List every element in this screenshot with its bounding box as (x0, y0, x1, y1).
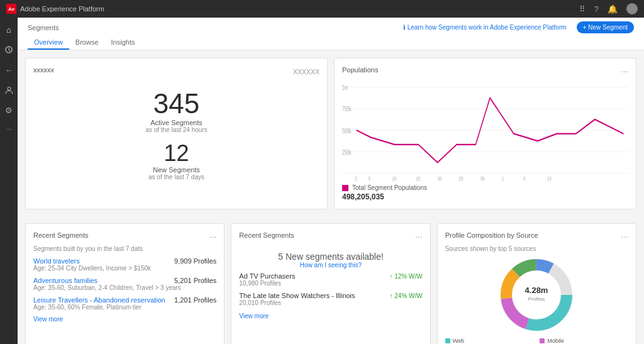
new-segments-count-label: 5 New segments available! (239, 252, 422, 262)
recent-segments-1-menu[interactable]: ··· (209, 231, 217, 241)
sidebar-item-home[interactable]: ⌂ (2, 23, 16, 36)
segment-item-top-2: Adventurous families 5,201 Profiles (33, 277, 216, 284)
legend-item-mobile: Mobile (540, 338, 628, 344)
segment-count-leisure: 1,201 Profiles (174, 296, 216, 304)
new-segments-count: 12 (33, 142, 319, 165)
main-content: Segments ℹ Learn how Segments work in Ad… (18, 18, 644, 344)
legend-label-web: Web (453, 338, 464, 344)
svg-text:5: 5 (523, 175, 525, 180)
svg-text:250k: 250k (342, 148, 352, 156)
tab-overview[interactable]: Overview (28, 36, 69, 50)
segment-2-left: Ad TV Purchasers 10,980 Profiles (239, 272, 295, 287)
stats-card-header: xxxxxx xxxxxx (33, 66, 319, 76)
top-bar-left: Ae Adobe Experience Platform (6, 4, 104, 14)
recent-segments-2-title: Recent Segments (239, 231, 294, 239)
svg-text:1: 1 (502, 175, 504, 180)
segment-3-left: The Late late Show Watchers - Illinois 2… (239, 292, 355, 306)
tab-bar: Overview Browse Insights (28, 36, 634, 50)
help-icon[interactable]: ? (594, 4, 599, 14)
profile-composition-menu[interactable]: ··· (621, 231, 628, 241)
svg-text:500k: 500k (342, 127, 352, 135)
segment-count-adventurous: 5,201 Profiles (174, 277, 216, 284)
recent-segments-1-title: Recent Segments (33, 231, 88, 239)
svg-text:750k: 750k (342, 106, 352, 113)
new-segment-button[interactable]: + New Segment (577, 21, 634, 33)
legend-label: Total Segment Populations (352, 184, 427, 191)
bottom-row: Recent Segments ··· Segments built by yo… (18, 223, 644, 344)
stats-card-title: xxxxxx (33, 66, 54, 74)
segment-2-item-row: Ad TV Purchasers 10,980 Profiles ↑ 12% W… (239, 272, 422, 287)
content-top-row: xxxxxx xxxxxx 345 Active Segments as of … (18, 50, 644, 223)
segment-trend-latelate: ↑ 24% W/W (389, 292, 422, 299)
svg-text:4.28m: 4.28m (525, 286, 548, 295)
recent-segments-card-2: Recent Segments ··· 5 New segments avail… (231, 223, 430, 344)
top-bar: Ae Adobe Experience Platform ⠿ ? 🔔 (0, 0, 644, 18)
app-title: Adobe Experience Platform (20, 5, 104, 13)
segment-name-adventurous[interactable]: Adventurous families (33, 277, 97, 284)
learn-link[interactable]: ℹ Learn how Segments work in Adobe Exper… (403, 24, 567, 31)
segment-profiles-latelate: 20,010 Profiles (239, 299, 355, 306)
new-segments-banner: 5 New segments available! How am I seein… (239, 245, 422, 272)
svg-text:10: 10 (547, 175, 552, 180)
new-segments-link[interactable]: How am I seeing this? (239, 262, 422, 269)
populations-card: Populations ··· 1m 750k 500k 250k (334, 58, 636, 209)
legend-color-dot (342, 185, 348, 191)
recent-segments-1-subtitle: Segments built by you in the last 7 dats (33, 245, 216, 252)
svg-text:1m: 1m (342, 84, 348, 92)
view-more-1[interactable]: View more (33, 316, 216, 323)
segment-name-latelate: The Late late Show Watchers - Illinois (239, 292, 355, 299)
svg-text:10: 10 (392, 175, 397, 180)
svg-text:20: 20 (438, 175, 442, 180)
svg-text:25: 25 (459, 175, 464, 180)
recent-segments-1-header: Recent Segments ··· (33, 231, 216, 241)
svg-text:15: 15 (416, 175, 421, 180)
populations-card-menu[interactable]: ··· (621, 66, 628, 76)
view-more-2[interactable]: View more (239, 313, 422, 319)
avatar[interactable] (626, 3, 638, 14)
page-header: Segments ℹ Learn how Segments work in Ad… (18, 18, 644, 50)
profile-composition-header: Profile Composition by Source ··· (445, 231, 628, 241)
header-top: Segments ℹ Learn how Segments work in Ad… (28, 21, 634, 33)
donut-chart-svg: 4.28m Profiles (499, 257, 574, 333)
segment-item-top-3: Leisure Travellers - Abandoned reservati… (33, 296, 216, 304)
segment-name-world-travelers[interactable]: World travelers (33, 257, 80, 265)
segment-item-top: World travelers 9,909 Profiles (33, 257, 216, 265)
segment-trend-adtv: ↑ 12% W/W (389, 273, 422, 280)
info-icon: ℹ (403, 24, 406, 31)
populations-chart: 1m 750k 500k 250k 2 5 10 15 20 25 30 1 5 (342, 80, 628, 180)
segment-count-world-travelers: 9,909 Profiles (174, 257, 216, 265)
recent-segments-2-menu[interactable]: ··· (415, 231, 423, 241)
segment-item: World travelers 9,909 Profiles Age: 25-3… (33, 257, 216, 272)
populations-card-header: Populations ··· (342, 66, 628, 76)
sidebar-item-back[interactable]: ← (2, 63, 16, 77)
svg-point-29 (514, 272, 559, 318)
tab-browse[interactable]: Browse (69, 36, 105, 50)
sidebar-item-settings[interactable]: ⚙ (2, 103, 16, 117)
sidebar-item-person[interactable] (2, 83, 16, 97)
legend-item-web: Web (445, 338, 534, 344)
tab-insights[interactable]: Insights (105, 36, 142, 50)
segment-desc-leisure: Age: 35-60, 60% Female, Platinum tier (33, 304, 216, 311)
segment-desc-adventurous: Age: 35-60, Suburban, 2-4 Children, Trav… (33, 284, 216, 291)
segment-item: Adventurous families 5,201 Profiles Age:… (33, 277, 216, 291)
segment-name-leisure[interactable]: Leisure Travellers - Abandoned reservati… (33, 296, 165, 304)
new-segments-sublabel: as of the last 7 days (33, 174, 319, 180)
bell-icon[interactable]: 🔔 (608, 4, 618, 14)
breadcrumb: Segments (28, 24, 59, 31)
segment-profiles-adtv: 10,980 Profiles (239, 280, 295, 287)
chart-svg: 1m 750k 500k 250k 2 5 10 15 20 25 30 1 5 (342, 80, 628, 180)
grid-icon[interactable]: ⠿ (579, 4, 586, 14)
svg-text:5: 5 (369, 175, 370, 180)
legend-label-mobile: Mobile (547, 338, 564, 344)
sidebar-item-segment[interactable] (2, 43, 16, 57)
profile-composition-title: Profile Composition by Source (445, 231, 538, 239)
legend-color-mobile (540, 338, 545, 343)
segment-item-2: Ad TV Purchasers 10,980 Profiles ↑ 12% W… (239, 272, 422, 287)
stats-card: xxxxxx xxxxxx 345 Active Segments as of … (25, 58, 328, 209)
svg-text:Profiles: Profiles (528, 296, 545, 302)
sidebar-more[interactable]: ··· (6, 126, 11, 133)
adobe-logo: Ae (6, 4, 16, 14)
donut-legend: Web Mobile Adobe Analytics Others Zendes… (445, 338, 628, 344)
new-segments-label: New Segments (33, 166, 319, 174)
stats-card-menu[interactable]: xxxxxx (293, 66, 319, 76)
